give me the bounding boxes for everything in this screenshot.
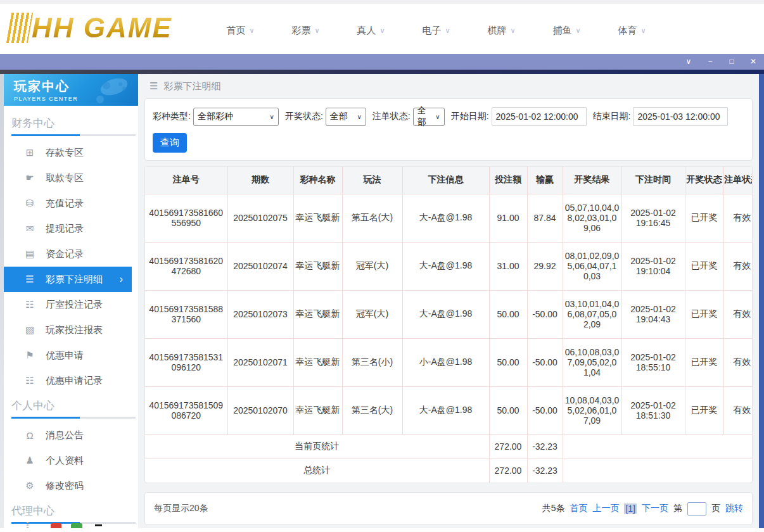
- start-date-input[interactable]: [492, 107, 587, 126]
- hamburger-icon[interactable]: ☰: [150, 80, 158, 92]
- window-minimize-button[interactable]: −: [699, 54, 721, 70]
- table-cell: 31.00: [489, 242, 527, 290]
- sidebar-item-funds-record[interactable]: ▤资金记录: [4, 241, 138, 267]
- table-cell: 2025-01-02 18:55:10: [621, 338, 685, 386]
- sidebar-item-announcements[interactable]: Ω消息公告: [4, 422, 138, 448]
- window-close-button[interactable]: ✕: [742, 54, 764, 70]
- chevron-down-icon: ∨: [249, 27, 254, 35]
- col-header-bet-time: 下注时间: [621, 167, 685, 194]
- table-cell: 已开奖: [685, 386, 723, 434]
- table-cell: 20250102074: [227, 242, 293, 290]
- first-page-link[interactable]: 首页: [570, 503, 587, 514]
- start-date-label: 开始日期:: [451, 111, 489, 122]
- table-cell: -50.00: [527, 290, 563, 338]
- nav-item-boardgames[interactable]: 棋牌∨: [469, 25, 534, 37]
- draw-status-select[interactable]: 全部 ∨: [326, 108, 366, 126]
- sidebar-item-player-bet-report[interactable]: ▧玩家投注报表: [4, 317, 138, 343]
- breadcrumb: ☰ 彩票下注明细: [144, 74, 753, 98]
- sidebar-section-title: 财务中心: [4, 111, 138, 134]
- draw-status-value: 全部: [330, 111, 348, 122]
- draw-status-label: 开奖状态:: [285, 111, 323, 122]
- nav-item-home[interactable]: 首页∨: [208, 25, 273, 37]
- window-maximize-button[interactable]: □: [721, 54, 742, 70]
- sidebar-item-withdrawal-record[interactable]: ✉提现记录: [4, 216, 138, 241]
- sidebar-item-profile[interactable]: ♟个人资料: [4, 448, 138, 473]
- summary-row-current-page: 当前页统计 272.00 -32.23: [145, 434, 753, 459]
- table-cell: 05,07,10,04,08,02,03,01,09,06: [563, 194, 621, 242]
- sidebar-item-deposit[interactable]: ⊞存款专区: [4, 140, 138, 165]
- nav-item-fishing[interactable]: 捕鱼∨: [534, 25, 599, 37]
- table-cell: 2025-01-02 19:10:04: [621, 242, 685, 290]
- col-header-play: 玩法: [342, 167, 402, 194]
- table-cell: 已开奖: [685, 338, 723, 386]
- table-cell: 大-A盘@1.98: [402, 290, 489, 338]
- sidebar-item-label: 取款专区: [46, 172, 84, 184]
- sidebar: 玩家中心 PLAYERS CENTER 财务中心⊞存款专区☛取款专区⛁充值记录✉…: [4, 74, 138, 528]
- search-button[interactable]: 查询: [153, 133, 187, 153]
- money-bag-icon: ⛁: [22, 198, 38, 209]
- table-cell: 08,01,02,09,05,06,04,07,10,03: [563, 242, 621, 290]
- prev-page-link[interactable]: 上一页: [592, 503, 619, 514]
- table-cell: 幸运飞艇新: [293, 386, 342, 434]
- bet-table: 注单号 期数 彩种名称 玩法 下注信息 投注额 输赢 开奖结果 下注时间 开奖状…: [145, 167, 753, 483]
- sidebar-item-change-password[interactable]: ⚙修改密码: [4, 473, 138, 498]
- sidebar-item-recharge-record[interactable]: ⛁充值记录: [4, 191, 138, 216]
- nav-item-lottery[interactable]: 彩票∨: [273, 25, 338, 37]
- table-cell: 已开奖: [685, 194, 723, 242]
- chevron-down-icon: ∨: [270, 113, 274, 120]
- sidebar-item-lottery-bet-detail[interactable]: ☰彩票下注明细›: [4, 267, 132, 292]
- current-page-badge: [1]: [624, 504, 637, 514]
- end-date-label: 结束日期:: [593, 111, 631, 122]
- col-header-draw-result: 开奖结果: [563, 167, 621, 194]
- table-cell: 401569173581660556950: [145, 194, 227, 242]
- chevron-down-icon: ∨: [575, 27, 580, 35]
- page-title: 彩票下注明细: [163, 80, 220, 92]
- table-cell: 29.92: [527, 242, 563, 290]
- chevron-down-icon: ∨: [640, 27, 646, 35]
- brand-logo-text: HH GAME: [32, 13, 172, 43]
- table-cell: -50.00: [527, 386, 563, 434]
- table-row: 40156917358162047268020250102074幸运飞艇新冠军(…: [145, 242, 753, 290]
- col-header-period: 期数: [227, 167, 293, 194]
- gear-icon: ⚙: [22, 480, 38, 491]
- main-content: ☰ 彩票下注明细 彩种类型: 全部彩种 ∨ 开奖状态: 全部 ∨ 注单状态:: [138, 74, 759, 528]
- chevron-down-icon: ∨: [314, 27, 319, 35]
- table-cell: 50.00: [489, 386, 527, 434]
- window-dropdown-icon[interactable]: ∨: [678, 54, 699, 70]
- chart-report-icon: ▧: [22, 324, 38, 336]
- sidebar-sections: 财务中心⊞存款专区☛取款专区⛁充值记录✉提现记录▤资金记录☰彩票下注明细›☷厅室…: [4, 106, 138, 524]
- table-cell: 冠军(大): [342, 290, 402, 338]
- page-jump-input[interactable]: [687, 502, 706, 516]
- table-cell: -50.00: [527, 338, 563, 386]
- brand-logo[interactable]: HH GAME: [9, 13, 172, 43]
- end-date-input[interactable]: [633, 107, 728, 126]
- table-cell: 有效: [723, 194, 753, 242]
- bell-icon: Ω: [22, 430, 38, 441]
- col-header-draw-status: 开奖状态: [685, 167, 723, 194]
- summary-label: 当前页统计: [145, 434, 489, 459]
- table-cell: 91.00: [489, 194, 527, 242]
- sidebar-item-withdraw[interactable]: ☛取款专区: [4, 165, 138, 191]
- lottery-type-select[interactable]: 全部彩种 ∨: [193, 108, 279, 126]
- order-status-select[interactable]: 全部 ∨: [413, 108, 445, 126]
- table-cell: 401569173581620472680: [145, 242, 227, 290]
- dots-fragment: [27, 522, 29, 528]
- table-cell: 已开奖: [685, 290, 723, 338]
- next-page-link[interactable]: 下一页: [642, 503, 668, 514]
- nav-item-live[interactable]: 真人∨: [338, 25, 404, 37]
- sidebar-item-label: 个人资料: [46, 455, 84, 467]
- nav-item-sports[interactable]: 体育∨: [599, 25, 665, 37]
- col-header-bet-amount: 投注额: [489, 167, 527, 194]
- sidebar-item-promo-apply[interactable]: ⚑优惠申请: [4, 343, 138, 368]
- table-cell: 20250102070: [227, 386, 293, 434]
- chevron-right-icon: ›: [120, 274, 123, 285]
- nav-item-slots[interactable]: 电子∨: [404, 25, 469, 37]
- table-body: 40156917358166055695020250102075幸运飞艇新第五名…: [145, 194, 753, 434]
- summary-bet-amount: 272.00: [489, 459, 527, 483]
- sidebar-item-promo-record[interactable]: ☷优惠申请记录: [4, 368, 138, 393]
- table-cell: 大-A盘@1.98: [402, 386, 489, 434]
- jump-action-link[interactable]: 跳转: [725, 503, 743, 514]
- table-cell: 20250102073: [227, 290, 293, 338]
- sidebar-item-hall-bet-record[interactable]: ☷厅室投注记录: [4, 292, 138, 317]
- app-frame: 玩家中心 PLAYERS CENTER 财务中心⊞存款专区☛取款专区⛁充值记录✉…: [0, 70, 764, 528]
